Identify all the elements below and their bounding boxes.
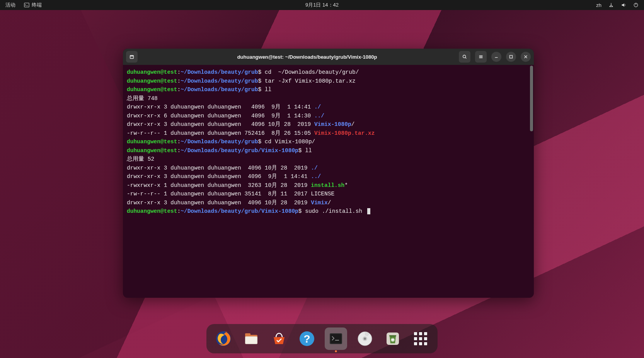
dock-files[interactable] — [241, 329, 261, 349]
window-titlebar[interactable]: duhuangwen@test: ~/Downloads/beauty/grub… — [123, 49, 534, 65]
apps-grid-icon — [414, 332, 427, 345]
svg-rect-3 — [130, 56, 134, 57]
close-icon — [523, 54, 528, 59]
ime-indicator[interactable]: zh — [596, 2, 601, 8]
ls-row: drwxr-xr-x 3 duhuangwen duhuangwen 4096 … — [127, 103, 530, 112]
power-icon[interactable] — [633, 2, 639, 8]
ls-row: -rw-r--r-- 1 duhuangwen duhuangwen 75241… — [127, 129, 530, 138]
maximize-icon — [508, 54, 514, 59]
volume-icon[interactable] — [621, 2, 626, 8]
dock-trash[interactable] — [383, 329, 403, 349]
terminal-icon — [327, 330, 344, 347]
svg-rect-10 — [246, 337, 257, 343]
dock-firefox[interactable] — [213, 329, 233, 349]
help-icon: ? — [298, 330, 315, 347]
hamburger-icon — [478, 54, 484, 59]
ls-row: -rw-r--r-- 1 duhuangwen duhuangwen 35141… — [127, 190, 530, 199]
ls-row: drwxr-xr-x 3 duhuangwen duhuangwen 4096 … — [127, 199, 530, 207]
terminal-scrollbar[interactable] — [530, 66, 533, 131]
current-app-label: 终端 — [32, 2, 42, 8]
terminal-cursor — [367, 208, 370, 214]
search-button[interactable] — [459, 51, 470, 63]
svg-point-4 — [463, 55, 466, 58]
svg-rect-5 — [510, 56, 513, 58]
close-button[interactable] — [521, 52, 531, 62]
terminal-window: duhuangwen@test: ~/Downloads/beauty/grub… — [123, 49, 534, 298]
ls-total: 总用量 748 — [127, 94, 530, 103]
dock-help[interactable]: ? — [297, 329, 317, 349]
new-tab-button[interactable] — [126, 51, 138, 63]
svg-text:?: ? — [303, 333, 310, 345]
top-panel: 活动 终端 9月1日 14：42 zh — [0, 0, 644, 10]
ls-row: drwxr-xr-x 3 duhuangwen duhuangwen 4096 … — [127, 164, 530, 173]
dock-apps[interactable] — [411, 329, 431, 349]
terminal-content[interactable]: duhuangwen@test:~/Downloads/beauty/grub$… — [123, 65, 534, 298]
ls-row: drwxr-xr-x 3 duhuangwen duhuangwen 4096 … — [127, 172, 530, 181]
svg-point-18 — [364, 338, 366, 340]
svg-rect-9 — [245, 333, 250, 336]
current-app-indicator[interactable]: 终端 — [24, 2, 42, 8]
ls-row: -rwxrwxr-x 1 duhuangwen duhuangwen 3263 … — [127, 181, 530, 190]
trash-icon — [384, 330, 401, 347]
disc-icon — [356, 330, 373, 347]
ls-total: 总用量 52 — [127, 155, 530, 164]
ls-row: drwxr-xr-x 6 duhuangwen duhuangwen 4096 … — [127, 112, 530, 120]
menu-button[interactable] — [475, 51, 487, 63]
firefox-icon — [215, 330, 232, 347]
minimize-icon — [494, 54, 499, 59]
ls-row: drwxr-xr-x 3 duhuangwen duhuangwen 4096 … — [127, 120, 530, 129]
minimize-button[interactable] — [491, 52, 501, 62]
dock: ? — [206, 324, 438, 353]
terminal-app-icon — [24, 2, 29, 8]
search-icon — [462, 54, 467, 59]
tab-icon — [129, 54, 135, 59]
maximize-button[interactable] — [506, 52, 516, 62]
svg-rect-14 — [331, 334, 341, 343]
clock[interactable]: 9月1日 14：42 — [305, 2, 339, 8]
network-icon[interactable] — [608, 2, 614, 8]
dock-disc[interactable] — [355, 329, 375, 349]
software-icon — [271, 330, 288, 347]
files-icon — [243, 330, 260, 347]
dock-terminal[interactable] — [325, 327, 347, 350]
activities-button[interactable]: 活动 — [5, 2, 15, 8]
svg-rect-0 — [24, 3, 29, 7]
window-title: duhuangwen@test: ~/Downloads/beauty/grub… — [158, 54, 456, 60]
dock-software[interactable] — [269, 329, 289, 349]
